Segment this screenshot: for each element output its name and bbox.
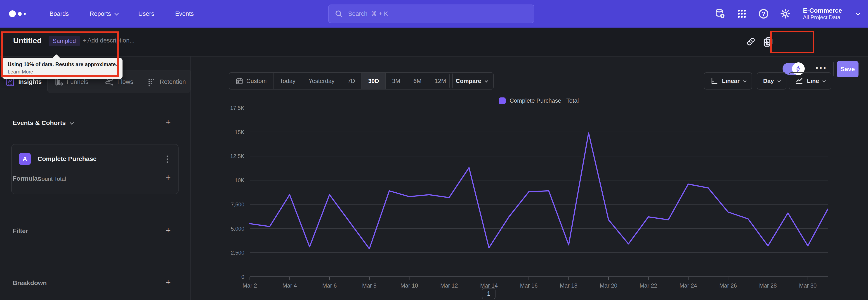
svg-text:Mar 6: Mar 6 [322, 282, 337, 289]
filter-section-label: Filter [13, 228, 28, 235]
tab-funnels-label: Funnels [67, 79, 88, 86]
learn-more-link[interactable]: Learn More [8, 69, 33, 75]
range-7d[interactable]: 7D [341, 73, 362, 89]
nav-item-boards[interactable]: Boards [50, 10, 69, 18]
granularity-label: Day [763, 78, 774, 85]
project-scope: All Project Data [803, 14, 842, 21]
report-title-bar: Untitled Sampled + Add description... ••… [0, 28, 868, 57]
nav-item-reports-label: Reports [90, 10, 111, 18]
svg-text:17.5K: 17.5K [230, 105, 244, 111]
nav-item-boards-label: Boards [50, 10, 69, 18]
chart-type-label: Line [807, 78, 819, 85]
event-name: Complete Purchase [37, 155, 96, 162]
svg-text:15K: 15K [235, 129, 244, 135]
chart-type-dropdown[interactable]: Line [789, 72, 831, 90]
lightning-icon [795, 65, 802, 72]
event-metric[interactable]: Count Total [37, 176, 66, 182]
svg-text:Mar 28: Mar 28 [759, 282, 777, 289]
granularity-dropdown[interactable]: Day [757, 72, 786, 90]
data-management-icon[interactable] [714, 8, 726, 20]
svg-text:Mar 18: Mar 18 [560, 282, 578, 289]
svg-text:Mar 10: Mar 10 [400, 282, 418, 289]
chevron-down-icon [823, 79, 826, 83]
top-nav: Boards Reports Users Events ? E-Commerce [0, 0, 868, 28]
range-6m[interactable]: 6M [407, 73, 428, 89]
svg-text:Mar 8: Mar 8 [362, 282, 377, 289]
range-30d[interactable]: 30D [362, 73, 385, 89]
svg-text:5,000: 5,000 [231, 226, 244, 232]
nav-item-events-label: Events [175, 10, 194, 18]
tab-retention[interactable]: Retention [143, 70, 191, 93]
tab-flows-label: Flows [117, 79, 133, 86]
nav-item-users[interactable]: Users [138, 10, 154, 18]
mixpanel-insights-screen: Boards Reports Users Events ? E-Commerce [0, 0, 868, 300]
range-12m-label: 12M [435, 78, 446, 85]
date-range-selector: Custom Today Yesterday 7D 30D 3M 6M 12M [229, 72, 453, 90]
add-formula-button[interactable]: + [165, 173, 170, 182]
event-menu-icon[interactable] [163, 154, 172, 164]
nav-links: Boards Reports Users Events [50, 10, 194, 18]
events-cohorts-header[interactable]: Events & Cohorts [13, 119, 73, 127]
scale-dropdown[interactable]: Linear [704, 72, 752, 90]
calendar-icon [236, 77, 243, 85]
report-title[interactable]: Untitled [13, 36, 42, 45]
svg-text:Mar 2: Mar 2 [243, 282, 257, 289]
nav-item-reports[interactable]: Reports [90, 10, 118, 18]
apps-grid-icon[interactable] [736, 8, 748, 20]
chevron-down-icon [485, 79, 488, 83]
chevron-down-icon [856, 11, 860, 16]
search-icon [335, 9, 343, 18]
range-3m[interactable]: 3M [385, 73, 407, 89]
range-yesterday-label: Yesterday [309, 78, 335, 85]
pagination-page-1[interactable]: 1 [482, 288, 495, 299]
project-name: E-Commerce [803, 7, 842, 14]
add-description-field[interactable]: + Add description... [83, 37, 134, 44]
svg-text:Mar 4: Mar 4 [282, 282, 297, 289]
mixpanel-logo-icon[interactable] [9, 10, 26, 17]
add-to-board-icon[interactable] [762, 36, 774, 48]
sampled-badge[interactable]: Sampled [49, 36, 80, 46]
line-chart-icon [795, 77, 803, 85]
range-today-label: Today [280, 78, 296, 85]
svg-text:Mar 26: Mar 26 [719, 282, 737, 289]
range-custom-label: Custom [246, 78, 267, 85]
add-filter-button[interactable]: + [165, 226, 170, 235]
svg-text:12.5K: 12.5K [230, 153, 244, 159]
svg-text:Mar 24: Mar 24 [680, 282, 697, 289]
svg-text:0: 0 [241, 274, 244, 280]
svg-text:Mar 14: Mar 14 [480, 282, 498, 289]
project-switcher[interactable]: E-Commerce All Project Data [803, 7, 842, 21]
tab-retention-label: Retention [160, 79, 186, 86]
events-cohorts-label: Events & Cohorts [13, 119, 66, 127]
range-today[interactable]: Today [273, 73, 302, 89]
more-options-icon[interactable]: ••• [815, 64, 827, 72]
range-12m[interactable]: 12M [428, 73, 453, 89]
copy-link-icon[interactable] [745, 36, 757, 48]
compare-button[interactable]: Compare [450, 72, 494, 90]
formulas-section-label: Formulas [13, 175, 41, 182]
line-chart[interactable]: 02,5005,0007,50010K12.5K15K17.5KMar 2Mar… [226, 97, 850, 298]
svg-text:7,500: 7,500 [231, 202, 244, 208]
tab-insights-label: Insights [18, 79, 42, 86]
event-letter-badge: A [19, 153, 31, 165]
save-button[interactable]: Save [837, 61, 859, 77]
add-event-button[interactable]: + [165, 118, 170, 127]
search-bar [328, 4, 534, 23]
range-yesterday[interactable]: Yesterday [302, 73, 341, 89]
svg-text:?: ? [762, 11, 765, 17]
sampling-tooltip: Using 10% of data. Results are approxima… [2, 58, 123, 79]
nav-right-cluster: ? E-Commerce All Project Data [714, 0, 859, 28]
add-breakdown-button[interactable]: + [165, 278, 170, 287]
divider [833, 62, 834, 76]
svg-text:Mar 12: Mar 12 [440, 282, 458, 289]
search-input[interactable] [328, 4, 534, 23]
svg-text:Mar 16: Mar 16 [520, 282, 538, 289]
nav-item-events[interactable]: Events [175, 10, 194, 18]
range-custom[interactable]: Custom [229, 73, 273, 89]
settings-gear-icon[interactable] [779, 8, 791, 20]
event-card[interactable]: A Complete Purchase Count Total [11, 144, 179, 194]
range-30d-label: 30D [368, 78, 379, 85]
svg-text:10K: 10K [235, 177, 244, 183]
linear-axis-icon [710, 77, 718, 85]
help-icon[interactable]: ? [758, 8, 770, 20]
